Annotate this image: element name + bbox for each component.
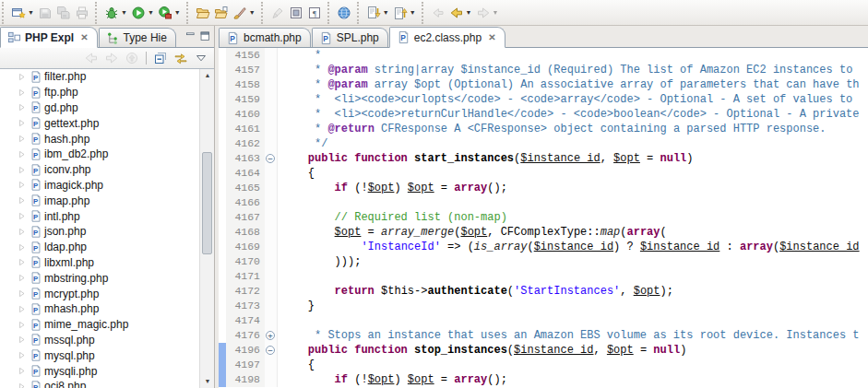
tree-item-iconv[interactable]: Piconv.php bbox=[0, 162, 214, 178]
expand-arrow-icon[interactable] bbox=[15, 228, 28, 236]
code-line[interactable]: 4174 bbox=[219, 313, 868, 328]
tree-item-mysqli[interactable]: Pmysqli.php bbox=[0, 363, 214, 379]
sidebar-tab-php-explorer[interactable]: PHP Expl✕ bbox=[0, 27, 98, 48]
code-line[interactable]: 4168 $opt = array_merge($opt, CFComplexT… bbox=[219, 225, 868, 240]
expand-arrow-icon[interactable] bbox=[15, 274, 28, 282]
save-button[interactable] bbox=[36, 3, 54, 23]
expand-arrow-icon[interactable] bbox=[15, 150, 28, 159]
web-browser-button[interactable] bbox=[335, 3, 353, 23]
dropdown-arrow-icon[interactable]: ▼ bbox=[493, 9, 499, 16]
editor-tab-spl[interactable]: PSPL.php bbox=[312, 28, 388, 47]
tree-item-filter[interactable]: Pfilter.php bbox=[0, 69, 214, 85]
expand-arrow-icon[interactable] bbox=[15, 321, 28, 329]
marker-button[interactable] bbox=[268, 3, 287, 23]
print-button[interactable] bbox=[73, 3, 91, 23]
code-line[interactable]: 4173 } bbox=[219, 299, 868, 313]
tree-item-json[interactable]: Pjson.php bbox=[0, 224, 214, 240]
code-line[interactable]: 4157 * @param string|array $instance_id … bbox=[219, 63, 868, 77]
dropdown-arrow-icon[interactable]: ▼ bbox=[249, 9, 256, 16]
tree-item-imap[interactable]: Pimap.php bbox=[0, 193, 214, 208]
tree-scrollbar[interactable]: ▲ ▼ bbox=[199, 69, 214, 388]
dropdown-arrow-icon[interactable]: ▼ bbox=[466, 9, 472, 16]
code-line[interactable]: 4167 // Required list (non-map) bbox=[219, 210, 868, 225]
code-line[interactable]: 4163− public function start_instances($i… bbox=[219, 151, 868, 166]
debug-button[interactable]: ▼ bbox=[102, 3, 129, 23]
php-file-tree[interactable]: Pfilter.phpPftp.phpPgd.phpPgettext.phpPh… bbox=[0, 69, 214, 388]
last-edit-location-button[interactable] bbox=[429, 3, 447, 23]
tree-item-gd[interactable]: Pgd.php bbox=[0, 100, 214, 116]
dropdown-arrow-icon[interactable]: ▼ bbox=[28, 9, 34, 16]
expand-arrow-icon[interactable] bbox=[15, 119, 28, 127]
code-line[interactable]: 4165 if (!$opt) $opt = array(); bbox=[219, 181, 868, 195]
expand-arrow-icon[interactable] bbox=[15, 367, 28, 375]
dropdown-arrow-icon[interactable]: ▼ bbox=[383, 9, 389, 16]
code-line[interactable]: 4159 * <li><code>curlopts</code> - <code… bbox=[219, 92, 868, 107]
open-folder-button[interactable] bbox=[194, 3, 212, 23]
expand-arrow-icon[interactable] bbox=[15, 335, 28, 344]
collapse-fold-icon[interactable]: − bbox=[266, 346, 275, 355]
collapse-all-button[interactable] bbox=[151, 49, 170, 67]
nav-back-button[interactable] bbox=[82, 49, 101, 67]
scroll-thumb[interactable] bbox=[202, 152, 212, 254]
dropdown-arrow-icon[interactable]: ▼ bbox=[410, 9, 416, 16]
close-icon[interactable]: ✕ bbox=[80, 32, 88, 42]
tree-item-mysql[interactable]: Pmysql.php bbox=[0, 347, 214, 363]
expand-arrow-icon[interactable] bbox=[15, 243, 28, 252]
expand-arrow-icon[interactable] bbox=[15, 88, 28, 97]
code-line[interactable]: 4158 * @param array $opt (Optional) An a… bbox=[219, 77, 868, 92]
collapse-fold-icon[interactable]: − bbox=[266, 154, 275, 163]
tree-item-mcrypt[interactable]: Pmcrypt.php bbox=[0, 286, 214, 301]
code-line[interactable]: 4169 'InstanceId' => (is_array($instance… bbox=[219, 240, 868, 254]
expand-arrow-icon[interactable] bbox=[15, 135, 28, 143]
dropdown-arrow-icon[interactable]: ▼ bbox=[148, 9, 154, 16]
expand-arrow-icon[interactable] bbox=[15, 289, 28, 298]
minimize-button[interactable] bbox=[184, 29, 196, 46]
next-annotation-button[interactable]: ▼ bbox=[364, 3, 391, 23]
show-paragraph-button[interactable]: ¶ bbox=[305, 3, 324, 23]
tree-item-gettext[interactable]: Pgettext.php bbox=[0, 115, 214, 131]
run-button[interactable]: ▼ bbox=[129, 3, 156, 23]
code-line[interactable]: 4164 { bbox=[219, 166, 868, 181]
expand-arrow-icon[interactable] bbox=[15, 212, 28, 220]
code-editor[interactable]: 4156 *4157 * @param string|array $instan… bbox=[219, 48, 868, 388]
back-button[interactable]: ▼ bbox=[447, 3, 474, 23]
show-block-button[interactable] bbox=[287, 3, 305, 23]
external-tools-button[interactable]: ▼ bbox=[156, 3, 183, 23]
scroll-down-icon[interactable]: ▼ bbox=[200, 375, 214, 388]
tree-item-imagick[interactable]: Pimagick.php bbox=[0, 178, 214, 194]
code-line[interactable]: 4176+ * Stops an instance that uses an A… bbox=[219, 328, 868, 343]
expand-arrow-icon[interactable] bbox=[15, 181, 28, 189]
expand-arrow-icon[interactable] bbox=[15, 305, 28, 313]
code-line[interactable]: 4198 if (!$opt) $opt = array(); bbox=[219, 372, 868, 387]
code-line[interactable]: 4166 bbox=[219, 195, 868, 210]
tree-item-mssql[interactable]: Pmssql.php bbox=[0, 333, 214, 348]
tree-item-oci8[interactable]: Poci8.php bbox=[0, 379, 214, 388]
expand-arrow-icon[interactable] bbox=[15, 103, 28, 112]
tree-item-mhash[interactable]: Pmhash.php bbox=[0, 301, 214, 317]
code-line[interactable]: 4196− public function stop_instances($in… bbox=[219, 343, 868, 358]
tree-item-mime-magic[interactable]: Pmime_magic.php bbox=[0, 317, 214, 333]
view-menu-button[interactable] bbox=[192, 49, 210, 67]
nav-forward-button[interactable] bbox=[102, 49, 121, 67]
expand-fold-icon[interactable]: + bbox=[266, 331, 275, 340]
nav-home-button[interactable] bbox=[123, 49, 141, 67]
expand-arrow-icon[interactable] bbox=[15, 166, 28, 174]
expand-arrow-icon[interactable] bbox=[15, 73, 28, 81]
tree-item-intl[interactable]: Pintl.php bbox=[0, 208, 214, 224]
tree-item-ldap[interactable]: Pldap.php bbox=[0, 240, 214, 255]
code-line[interactable]: 4170 ))); bbox=[219, 254, 868, 269]
code-line[interactable]: 4197 { bbox=[219, 358, 868, 372]
dropdown-arrow-icon[interactable]: ▼ bbox=[174, 9, 181, 16]
maximize-button[interactable] bbox=[199, 29, 211, 46]
sidebar-tab-type-hierarchy[interactable]: Type Hie bbox=[99, 28, 176, 47]
new-wizard-button[interactable]: ▼ bbox=[9, 3, 36, 23]
expand-arrow-icon[interactable] bbox=[15, 382, 28, 388]
import-folder-button[interactable] bbox=[212, 3, 231, 23]
code-line[interactable]: 4172 return $this->authenticate('StartIn… bbox=[219, 284, 868, 299]
expand-arrow-icon[interactable] bbox=[15, 196, 28, 205]
code-line[interactable]: 4171 bbox=[219, 269, 868, 284]
link-editor-button[interactable] bbox=[172, 49, 190, 67]
expand-arrow-icon[interactable] bbox=[15, 258, 28, 266]
editor-tab-bcmath[interactable]: Pbcmath.php bbox=[219, 28, 311, 47]
save-all-button[interactable] bbox=[54, 3, 73, 23]
